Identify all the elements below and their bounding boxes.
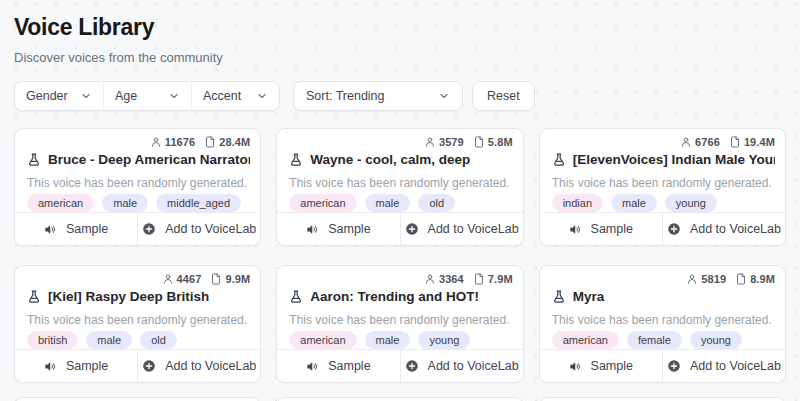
users-count-stat: 6766	[680, 136, 720, 148]
users-count-stat: 3364	[424, 273, 464, 285]
sample-button[interactable]: Sample	[277, 213, 399, 245]
age-filter-dropdown[interactable]: Age	[103, 82, 191, 110]
sort-dropdown[interactable]: Sort: Trending	[293, 81, 463, 111]
voice-card-stats: 4467 9.9M	[162, 273, 251, 285]
usage-count-value: 19.4M	[744, 136, 775, 148]
voice-card: 3364 7.9M Aaron: Trending and HOT! This …	[276, 265, 523, 383]
voice-card-footer: Sample Add to VoiceLab	[540, 212, 785, 245]
voice-description: This voice has been randomly generated.	[27, 176, 247, 190]
voice-name: Aaron: Trending and HOT!	[310, 289, 479, 304]
add-to-voicelab-button[interactable]: Add to VoiceLab	[137, 213, 260, 245]
sample-button[interactable]: Sample	[277, 350, 399, 382]
voice-tag: american	[289, 331, 356, 349]
person-icon	[424, 136, 436, 148]
person-icon	[686, 273, 698, 285]
add-to-voicelab-label: Add to VoiceLab	[690, 222, 781, 236]
voice-name: [Kiel] Raspy Deep British	[48, 289, 209, 304]
flask-icon	[552, 153, 566, 167]
voice-card: 5819 8.9M Myra This voice has been rando…	[539, 265, 786, 383]
sample-button[interactable]: Sample	[15, 213, 137, 245]
voice-description: This voice has been randomly generated.	[552, 313, 772, 327]
voice-tag: male	[365, 331, 411, 349]
voice-card-stats: 11676 28.4M	[150, 136, 251, 148]
chevron-down-icon	[80, 90, 92, 102]
voice-tag: old	[418, 194, 455, 212]
speaker-icon	[569, 360, 582, 373]
accent-filter-dropdown[interactable]: Accent	[191, 82, 279, 110]
add-to-voicelab-button[interactable]: Add to VoiceLab	[662, 213, 785, 245]
voice-card-footer: Sample Add to VoiceLab	[15, 212, 260, 245]
voice-name-row: Bruce - Deep American Narrator Voice	[27, 152, 250, 167]
add-to-voicelab-label: Add to VoiceLab	[165, 222, 256, 236]
usage-count-stat: 8.9M	[735, 273, 775, 285]
chevron-down-icon	[438, 90, 450, 102]
users-count-value: 6766	[695, 136, 720, 148]
page-header: Voice Library Discover voices from the c…	[14, 14, 223, 65]
sample-button[interactable]: Sample	[540, 213, 662, 245]
users-count-stat: 3579	[424, 136, 464, 148]
voice-tag: american	[289, 194, 356, 212]
voice-tag: male	[611, 194, 657, 212]
users-count-stat: 5819	[686, 273, 726, 285]
voice-name-row: Aaron: Trending and HOT!	[289, 289, 512, 304]
voice-name-row: [Kiel] Raspy Deep British	[27, 289, 250, 304]
voice-card-grid: 11676 28.4M Bruce - Deep American Narrat…	[14, 128, 786, 383]
document-icon	[729, 136, 741, 148]
speaker-icon	[306, 223, 319, 236]
page-subtitle: Discover voices from the community	[14, 50, 223, 65]
usage-count-stat: 9.9M	[210, 273, 250, 285]
tag-list: americanfemaleyoung	[552, 331, 742, 349]
voice-name-row: Wayne - cool, calm, deep	[289, 152, 512, 167]
flask-icon	[289, 290, 303, 304]
voice-card-stats: 6766 19.4M	[680, 136, 775, 148]
sample-button[interactable]: Sample	[15, 350, 137, 382]
tag-list: britishmaleold	[27, 331, 177, 349]
users-count-value: 11676	[165, 136, 195, 148]
voice-tag: male	[365, 194, 411, 212]
add-to-voicelab-button[interactable]: Add to VoiceLab	[662, 350, 785, 382]
voice-card: 6766 19.4M [ElevenVoices] Indian Male Yo…	[539, 128, 786, 246]
filter-bar: Gender Age Accent Sort: Trending	[14, 81, 535, 111]
sample-button[interactable]: Sample	[540, 350, 662, 382]
users-count-value: 5819	[701, 273, 726, 285]
add-to-voicelab-button[interactable]: Add to VoiceLab	[400, 350, 523, 382]
usage-count-value: 5.8M	[488, 136, 513, 148]
voice-card-footer: Sample Add to VoiceLab	[540, 349, 785, 382]
add-to-voicelab-button[interactable]: Add to VoiceLab	[400, 213, 523, 245]
voice-card-footer: Sample Add to VoiceLab	[277, 212, 522, 245]
voice-tag: middle_aged	[156, 194, 241, 212]
voice-tag: american	[27, 194, 94, 212]
voice-card: 3579 5.8M Wayne - cool, calm, deep This …	[276, 128, 523, 246]
voice-tag: american	[552, 331, 619, 349]
reset-button-label: Reset	[487, 89, 520, 103]
add-to-voicelab-label: Add to VoiceLab	[690, 359, 781, 373]
plus-circle-icon	[667, 222, 681, 236]
voice-card: 11676 28.4M Bruce - Deep American Narrat…	[14, 128, 261, 246]
gender-filter-dropdown[interactable]: Gender	[15, 82, 103, 110]
document-icon	[210, 273, 222, 285]
reset-button[interactable]: Reset	[472, 81, 535, 111]
voice-tag: british	[27, 331, 78, 349]
usage-count-stat: 28.4M	[204, 136, 250, 148]
person-icon	[162, 273, 174, 285]
voice-name: Wayne - cool, calm, deep	[310, 152, 470, 167]
add-to-voicelab-button[interactable]: Add to VoiceLab	[137, 350, 260, 382]
speaker-icon	[306, 360, 319, 373]
voice-card: 4467 9.9M [Kiel] Raspy Deep British This…	[14, 265, 261, 383]
add-to-voicelab-label: Add to VoiceLab	[165, 359, 256, 373]
voice-name: [ElevenVoices] Indian Male Young	[573, 152, 775, 167]
voice-card-stats: 3579 5.8M	[424, 136, 513, 148]
chevron-down-icon	[168, 90, 180, 102]
sample-button-label: Sample	[591, 359, 633, 373]
voice-card-partial	[276, 397, 523, 401]
voice-card-stats: 3364 7.9M	[424, 273, 513, 285]
filter-group: Gender Age Accent	[14, 81, 280, 111]
document-icon	[473, 273, 485, 285]
age-filter-label: Age	[115, 89, 137, 103]
voice-card-partial	[14, 397, 261, 401]
voice-card-stats: 5819 8.9M	[686, 273, 775, 285]
voice-card-footer: Sample Add to VoiceLab	[277, 349, 522, 382]
voice-tag: male	[102, 194, 148, 212]
usage-count-value: 7.9M	[488, 273, 513, 285]
document-icon	[473, 136, 485, 148]
